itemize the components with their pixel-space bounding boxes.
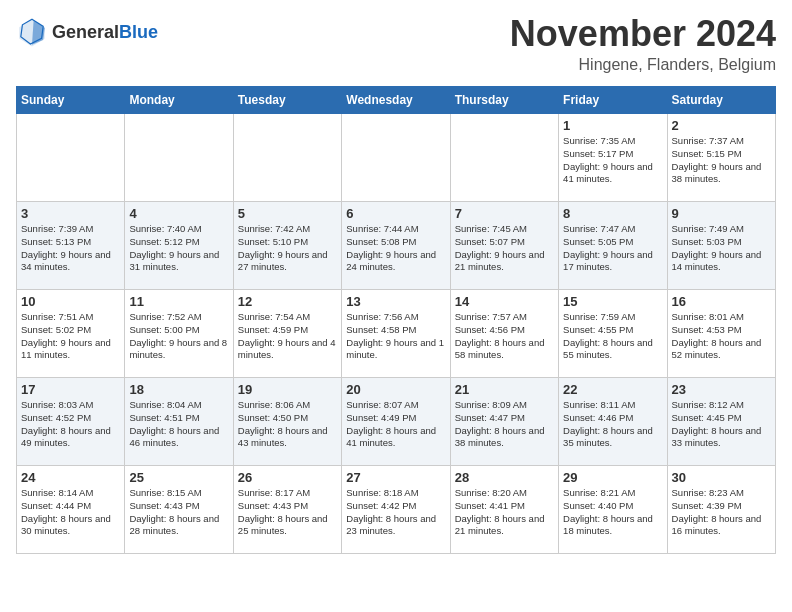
week-row-2: 3Sunrise: 7:39 AM Sunset: 5:13 PM Daylig… (17, 202, 776, 290)
day-number: 7 (455, 206, 554, 221)
day-info: Sunrise: 7:35 AM Sunset: 5:17 PM Dayligh… (563, 135, 662, 186)
day-info: Sunrise: 7:52 AM Sunset: 5:00 PM Dayligh… (129, 311, 228, 362)
day-cell: 28Sunrise: 8:20 AM Sunset: 4:41 PM Dayli… (450, 466, 558, 554)
day-info: Sunrise: 8:09 AM Sunset: 4:47 PM Dayligh… (455, 399, 554, 450)
day-info: Sunrise: 8:04 AM Sunset: 4:51 PM Dayligh… (129, 399, 228, 450)
day-number: 20 (346, 382, 445, 397)
day-number: 29 (563, 470, 662, 485)
day-cell (17, 114, 125, 202)
col-header-wednesday: Wednesday (342, 87, 450, 114)
day-info: Sunrise: 7:56 AM Sunset: 4:58 PM Dayligh… (346, 311, 445, 362)
day-number: 23 (672, 382, 771, 397)
day-cell: 1Sunrise: 7:35 AM Sunset: 5:17 PM Daylig… (559, 114, 667, 202)
day-info: Sunrise: 8:06 AM Sunset: 4:50 PM Dayligh… (238, 399, 337, 450)
header-row: SundayMondayTuesdayWednesdayThursdayFrid… (17, 87, 776, 114)
day-number: 9 (672, 206, 771, 221)
day-number: 1 (563, 118, 662, 133)
day-info: Sunrise: 7:44 AM Sunset: 5:08 PM Dayligh… (346, 223, 445, 274)
day-info: Sunrise: 8:18 AM Sunset: 4:42 PM Dayligh… (346, 487, 445, 538)
day-number: 15 (563, 294, 662, 309)
location: Hingene, Flanders, Belgium (510, 56, 776, 74)
day-cell: 12Sunrise: 7:54 AM Sunset: 4:59 PM Dayli… (233, 290, 341, 378)
day-cell: 15Sunrise: 7:59 AM Sunset: 4:55 PM Dayli… (559, 290, 667, 378)
day-cell: 24Sunrise: 8:14 AM Sunset: 4:44 PM Dayli… (17, 466, 125, 554)
day-info: Sunrise: 7:57 AM Sunset: 4:56 PM Dayligh… (455, 311, 554, 362)
day-cell (233, 114, 341, 202)
col-header-saturday: Saturday (667, 87, 775, 114)
day-number: 21 (455, 382, 554, 397)
day-cell: 6Sunrise: 7:44 AM Sunset: 5:08 PM Daylig… (342, 202, 450, 290)
day-number: 4 (129, 206, 228, 221)
day-info: Sunrise: 8:14 AM Sunset: 4:44 PM Dayligh… (21, 487, 120, 538)
day-number: 30 (672, 470, 771, 485)
day-info: Sunrise: 7:37 AM Sunset: 5:15 PM Dayligh… (672, 135, 771, 186)
day-cell: 17Sunrise: 8:03 AM Sunset: 4:52 PM Dayli… (17, 378, 125, 466)
day-info: Sunrise: 7:40 AM Sunset: 5:12 PM Dayligh… (129, 223, 228, 274)
col-header-tuesday: Tuesday (233, 87, 341, 114)
day-cell: 7Sunrise: 7:45 AM Sunset: 5:07 PM Daylig… (450, 202, 558, 290)
day-cell: 3Sunrise: 7:39 AM Sunset: 5:13 PM Daylig… (17, 202, 125, 290)
day-number: 28 (455, 470, 554, 485)
day-cell: 9Sunrise: 7:49 AM Sunset: 5:03 PM Daylig… (667, 202, 775, 290)
day-number: 10 (21, 294, 120, 309)
day-cell: 2Sunrise: 7:37 AM Sunset: 5:15 PM Daylig… (667, 114, 775, 202)
day-info: Sunrise: 7:45 AM Sunset: 5:07 PM Dayligh… (455, 223, 554, 274)
logo: GeneralBlue (16, 16, 158, 48)
day-cell: 14Sunrise: 7:57 AM Sunset: 4:56 PM Dayli… (450, 290, 558, 378)
day-cell: 18Sunrise: 8:04 AM Sunset: 4:51 PM Dayli… (125, 378, 233, 466)
month-title: November 2024 (510, 16, 776, 52)
day-cell (450, 114, 558, 202)
day-info: Sunrise: 7:47 AM Sunset: 5:05 PM Dayligh… (563, 223, 662, 274)
day-info: Sunrise: 8:20 AM Sunset: 4:41 PM Dayligh… (455, 487, 554, 538)
day-number: 22 (563, 382, 662, 397)
day-info: Sunrise: 7:54 AM Sunset: 4:59 PM Dayligh… (238, 311, 337, 362)
day-info: Sunrise: 7:49 AM Sunset: 5:03 PM Dayligh… (672, 223, 771, 274)
day-cell: 30Sunrise: 8:23 AM Sunset: 4:39 PM Dayli… (667, 466, 775, 554)
day-number: 24 (21, 470, 120, 485)
logo-text: GeneralBlue (52, 22, 158, 43)
day-cell: 22Sunrise: 8:11 AM Sunset: 4:46 PM Dayli… (559, 378, 667, 466)
week-row-4: 17Sunrise: 8:03 AM Sunset: 4:52 PM Dayli… (17, 378, 776, 466)
day-info: Sunrise: 7:39 AM Sunset: 5:13 PM Dayligh… (21, 223, 120, 274)
day-info: Sunrise: 8:17 AM Sunset: 4:43 PM Dayligh… (238, 487, 337, 538)
day-number: 6 (346, 206, 445, 221)
day-number: 11 (129, 294, 228, 309)
week-row-1: 1Sunrise: 7:35 AM Sunset: 5:17 PM Daylig… (17, 114, 776, 202)
day-cell: 11Sunrise: 7:52 AM Sunset: 5:00 PM Dayli… (125, 290, 233, 378)
day-info: Sunrise: 7:42 AM Sunset: 5:10 PM Dayligh… (238, 223, 337, 274)
day-info: Sunrise: 8:03 AM Sunset: 4:52 PM Dayligh… (21, 399, 120, 450)
day-number: 25 (129, 470, 228, 485)
col-header-sunday: Sunday (17, 87, 125, 114)
day-number: 19 (238, 382, 337, 397)
day-info: Sunrise: 8:01 AM Sunset: 4:53 PM Dayligh… (672, 311, 771, 362)
day-number: 8 (563, 206, 662, 221)
day-cell: 27Sunrise: 8:18 AM Sunset: 4:42 PM Dayli… (342, 466, 450, 554)
day-cell: 20Sunrise: 8:07 AM Sunset: 4:49 PM Dayli… (342, 378, 450, 466)
title-area: November 2024 Hingene, Flanders, Belgium (510, 16, 776, 74)
day-cell: 21Sunrise: 8:09 AM Sunset: 4:47 PM Dayli… (450, 378, 558, 466)
day-cell: 10Sunrise: 7:51 AM Sunset: 5:02 PM Dayli… (17, 290, 125, 378)
day-number: 17 (21, 382, 120, 397)
day-number: 3 (21, 206, 120, 221)
col-header-friday: Friday (559, 87, 667, 114)
day-cell: 29Sunrise: 8:21 AM Sunset: 4:40 PM Dayli… (559, 466, 667, 554)
day-cell (342, 114, 450, 202)
week-row-5: 24Sunrise: 8:14 AM Sunset: 4:44 PM Dayli… (17, 466, 776, 554)
logo-icon (16, 16, 48, 48)
day-number: 13 (346, 294, 445, 309)
col-header-monday: Monday (125, 87, 233, 114)
day-info: Sunrise: 8:11 AM Sunset: 4:46 PM Dayligh… (563, 399, 662, 450)
day-cell (125, 114, 233, 202)
day-info: Sunrise: 8:07 AM Sunset: 4:49 PM Dayligh… (346, 399, 445, 450)
day-number: 5 (238, 206, 337, 221)
day-number: 16 (672, 294, 771, 309)
day-number: 27 (346, 470, 445, 485)
day-cell: 13Sunrise: 7:56 AM Sunset: 4:58 PM Dayli… (342, 290, 450, 378)
day-cell: 23Sunrise: 8:12 AM Sunset: 4:45 PM Dayli… (667, 378, 775, 466)
day-info: Sunrise: 8:21 AM Sunset: 4:40 PM Dayligh… (563, 487, 662, 538)
col-header-thursday: Thursday (450, 87, 558, 114)
day-cell: 19Sunrise: 8:06 AM Sunset: 4:50 PM Dayli… (233, 378, 341, 466)
day-cell: 16Sunrise: 8:01 AM Sunset: 4:53 PM Dayli… (667, 290, 775, 378)
day-cell: 8Sunrise: 7:47 AM Sunset: 5:05 PM Daylig… (559, 202, 667, 290)
day-cell: 4Sunrise: 7:40 AM Sunset: 5:12 PM Daylig… (125, 202, 233, 290)
